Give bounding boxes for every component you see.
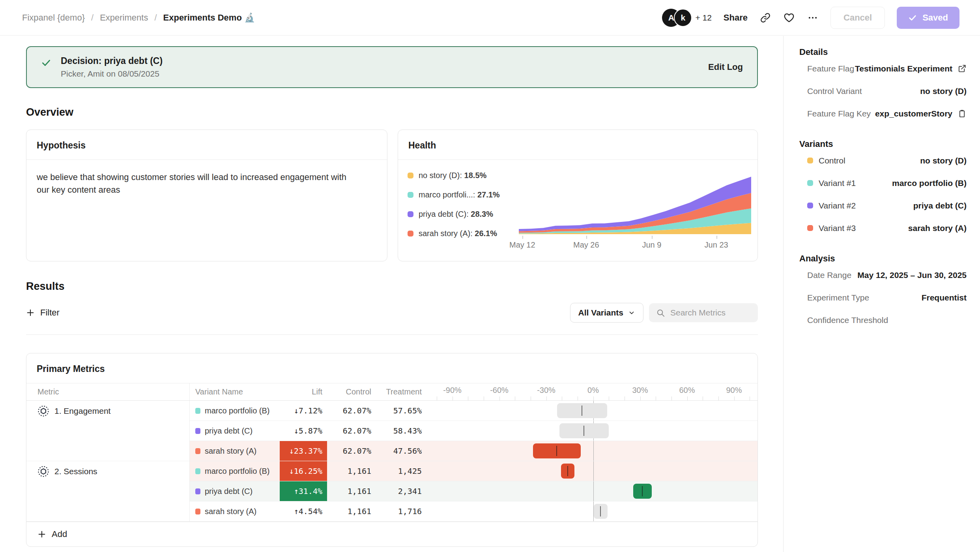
avatar-group[interactable]: A k + 12 (662, 9, 711, 27)
axis-minor-tick (656, 396, 656, 400)
axis-minor-tick (703, 396, 703, 400)
treatment-cell: 1,425 (378, 461, 429, 481)
analysis-section-title: Analysis (799, 253, 967, 264)
legend-item: marco portfoli...: 27.1% (408, 190, 519, 199)
variant-swatch (195, 509, 200, 514)
zero-line (593, 441, 594, 461)
x-axis-tick (716, 236, 717, 239)
variant-swatch (195, 428, 200, 434)
treatment-value: 2,341 (398, 486, 422, 496)
plus-icon (26, 308, 35, 317)
lift-cell: ↑4.54% (280, 501, 327, 522)
axis-tick-label: 60% (679, 386, 695, 395)
variant-swatch (195, 468, 200, 474)
cancel-button[interactable]: Cancel (830, 7, 885, 29)
metric-name[interactable]: 2. Sessions (54, 467, 97, 476)
main-content: Decision: priya debt (C) Picker, Amit on… (0, 36, 783, 552)
variant-swatch (195, 408, 200, 414)
legend-swatch (408, 173, 413, 178)
primary-metrics-title: Primary Metrics (26, 353, 757, 383)
health-chart: May 12May 26Jun 9Jun 23 (519, 166, 751, 249)
variant-row: Variant #2priya debt (C) (799, 194, 967, 217)
axis-minor-tick (578, 396, 578, 400)
breadcrumb: Fixpanel {demo} / Experiments / Experime… (22, 13, 255, 23)
variant-cell: sarah story (A) (190, 501, 280, 522)
axis-minor-tick (515, 396, 515, 400)
variant-row-value: priya debt (C) (913, 201, 967, 210)
feature-flag-row: Feature Flag Testimonials Experiment (799, 57, 967, 80)
variant-rows: Controlno story (D)Variant #1marco portf… (799, 149, 967, 239)
external-link-icon[interactable] (958, 64, 967, 73)
metric-target-icon (37, 405, 49, 417)
axis-minor-tick (437, 396, 437, 400)
saved-button[interactable]: Saved (897, 7, 959, 29)
control-cell: 1,161 (327, 461, 378, 481)
search-metrics[interactable] (649, 303, 758, 322)
metric-cell (26, 501, 190, 522)
variant-color-swatch (807, 225, 813, 231)
breadcrumb-current: Experiments Demo 🔬 (163, 13, 255, 23)
share-button[interactable]: Share (724, 13, 748, 23)
control-value: 1,161 (348, 466, 371, 476)
metric-name[interactable]: 1. Engagement (54, 406, 110, 416)
lift-value: ↓5.87% (294, 426, 322, 436)
x-axis-tick (522, 236, 523, 239)
lift-value: ↓16.25% (289, 466, 322, 476)
add-metric-button[interactable]: Add (26, 522, 757, 546)
health-area-chart (519, 168, 751, 236)
axis-tick-label: -90% (443, 386, 462, 395)
axis-minor-tick (468, 396, 468, 400)
ci-axis: -90%-60%-30%0%30%60%90% (429, 383, 757, 401)
axis-minor-tick (531, 396, 531, 400)
lift-value: ↑31.4% (294, 486, 322, 496)
breadcrumb-experiments[interactable]: Experiments (100, 13, 148, 23)
details-sidebar: Details Feature Flag Testimonials Experi… (783, 36, 980, 552)
x-axis-tick-label: Jun 23 (705, 240, 728, 250)
axis-minor-tick (593, 396, 594, 400)
variant-name: priya debt (C) (205, 426, 252, 436)
variant-cell: priya debt (C) (190, 421, 280, 441)
decision-subtitle: Picker, Amit on 08/05/2025 (61, 69, 163, 79)
top-bar: Fixpanel {demo} / Experiments / Experime… (0, 0, 980, 36)
add-filter-button[interactable]: Filter (26, 308, 60, 318)
favorite-heart-icon[interactable] (783, 12, 795, 24)
x-axis-tick-label: May 12 (509, 240, 535, 250)
ci-marker (567, 466, 568, 476)
experiment-type-value: Frequentist (922, 293, 967, 302)
lift-cell: ↓16.25% (280, 461, 327, 481)
control-value: 62.07% (343, 426, 371, 436)
edit-log-button[interactable]: Edit Log (708, 62, 743, 72)
lift-value: ↓7.12% (294, 406, 322, 415)
experiment-type-row: Experiment Type Frequentist (799, 286, 967, 309)
variant-row-label: Variant #2 (807, 201, 856, 210)
feature-flag-label: Feature Flag (807, 64, 854, 73)
axis-tick-label: 0% (587, 386, 599, 395)
metric-cell (26, 421, 190, 441)
x-axis-tick-label: Jun 9 (642, 240, 661, 250)
variants-dropdown[interactable]: All Variants (570, 303, 643, 323)
date-range-row: Date Range May 12, 2025 – Jun 30, 2025 (799, 264, 967, 286)
ci-cell (429, 481, 757, 501)
treatment-cell: 2,341 (378, 481, 429, 501)
breadcrumb-project[interactable]: Fixpanel {demo} (22, 13, 85, 23)
divider (26, 334, 758, 335)
control-variant-label: Control Variant (807, 86, 862, 96)
lift-cell: ↓7.12% (280, 401, 327, 421)
hypothesis-body: we believe that showing customer stories… (26, 160, 366, 207)
control-value: 62.07% (343, 406, 371, 415)
variant-color-swatch (807, 203, 813, 208)
legend-label: priya debt (C): 28.3% (419, 210, 493, 219)
variant-name: sarah story (A) (205, 447, 256, 456)
variant-row: Variant #1marco portfolio (B) (799, 172, 967, 194)
search-metrics-input[interactable] (670, 308, 751, 317)
search-icon (656, 308, 665, 317)
control-variant-row: Control Variant no story (D) (799, 80, 967, 102)
treatment-value: 57.65% (393, 406, 422, 415)
copy-link-icon[interactable] (759, 12, 771, 24)
legend-swatch (408, 211, 413, 217)
copy-icon[interactable] (958, 109, 967, 118)
variant-name: priya debt (C) (205, 487, 252, 496)
more-options-icon[interactable] (807, 12, 819, 24)
axis-minor-tick (562, 396, 562, 400)
results-heading: Results (26, 280, 758, 293)
